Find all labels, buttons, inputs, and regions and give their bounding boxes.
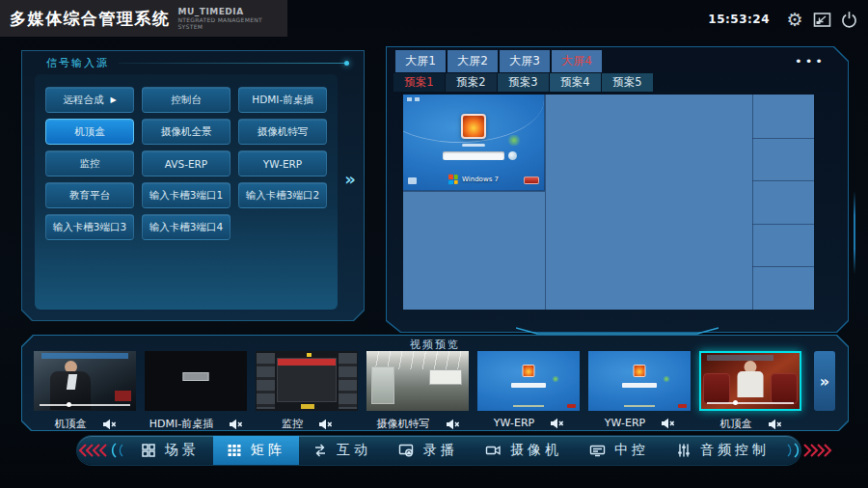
thumbnail-image[interactable] bbox=[477, 351, 580, 411]
preview-thumb-hdmi-front[interactable]: HDMI-前桌插 bbox=[145, 351, 247, 431]
preview-thumb-monitor[interactable]: 监控 bbox=[256, 351, 358, 431]
thumbnail-image[interactable] bbox=[256, 351, 358, 411]
dialog-box-art bbox=[183, 372, 209, 381]
navbar-left-decoration bbox=[77, 436, 127, 465]
tv-progress-bar bbox=[707, 402, 794, 404]
tab-preset-4[interactable]: 预案4 bbox=[550, 73, 601, 92]
nav-item-label: 互动 bbox=[337, 442, 371, 459]
source-button-yw-erp[interactable]: YW-ERP bbox=[238, 150, 327, 176]
thumbnail-strip: 机顶盒 HDMI-前桌插 bbox=[34, 351, 801, 431]
nav-item-label: 场景 bbox=[165, 442, 200, 459]
tab-screen-2[interactable]: 大屏2 bbox=[448, 50, 498, 72]
preview-thumb-yw-erp-2[interactable]: YW-ERP bbox=[588, 351, 691, 431]
source-panel-expand-chevron[interactable]: » bbox=[339, 164, 361, 193]
settings-gear-icon[interactable]: ⚙ bbox=[783, 8, 806, 31]
navbar-items: 场景 矩阵 互动 bbox=[127, 436, 783, 465]
office-whiteboard bbox=[429, 369, 462, 386]
source-button-label: 摄像机特写 bbox=[258, 125, 309, 139]
tab-label: 大屏3 bbox=[509, 53, 540, 69]
source-button-label: 远程合成 bbox=[63, 94, 103, 107]
nav-item-camera[interactable]: 摄像机 bbox=[472, 436, 576, 465]
app-window: 多媒体综合管理系统 MU_TIMEDIA NTEGRATED MANAGEMEN… bbox=[0, 0, 868, 488]
win7-avatar-art bbox=[523, 365, 535, 377]
thumbnail-image[interactable] bbox=[34, 351, 136, 411]
preview-thumb-camera-closeup[interactable]: 摄像机特写 bbox=[366, 351, 469, 431]
mute-icon[interactable] bbox=[661, 418, 674, 429]
win7-avatar-art bbox=[634, 365, 646, 377]
source-button-slot3-port4[interactable]: 输入卡槽3端口4 bbox=[142, 214, 231, 240]
win7-login-preview-cell[interactable]: Windows 7 bbox=[403, 95, 545, 191]
mute-icon[interactable] bbox=[318, 419, 332, 430]
tv-person-shirt bbox=[738, 371, 764, 397]
thumbnail-label: 监控 bbox=[282, 417, 303, 431]
tab-screen-1[interactable]: 大屏1 bbox=[395, 50, 446, 72]
source-button-label: 摄像机全景 bbox=[161, 125, 212, 139]
mute-icon[interactable] bbox=[229, 419, 242, 430]
thumbnail-label: 机顶盒 bbox=[720, 417, 752, 431]
thumbnail-image[interactable] bbox=[588, 351, 691, 411]
preview-thumb-set-top-box-selected[interactable]: 机顶盒 bbox=[699, 351, 801, 431]
tab-preset-5[interactable]: 预案5 bbox=[602, 73, 653, 92]
nav-item-label: 音频控制 bbox=[700, 442, 770, 459]
tab-label: 预案4 bbox=[560, 75, 589, 90]
mute-icon[interactable] bbox=[446, 419, 459, 430]
video-wall-canvas[interactable]: Windows 7 bbox=[403, 95, 814, 310]
tv-progress-bar bbox=[40, 404, 129, 406]
source-button-avs-erp[interactable]: AVS-ERP bbox=[142, 150, 231, 176]
mute-icon[interactable] bbox=[550, 418, 563, 429]
tab-preset-3[interactable]: 预案3 bbox=[498, 73, 549, 92]
mute-icon[interactable] bbox=[102, 419, 116, 430]
win7-shutdown-button bbox=[524, 176, 539, 184]
nav-item-scene[interactable]: 场景 bbox=[127, 436, 213, 465]
tab-label: 大屏1 bbox=[405, 53, 436, 69]
nav-item-matrix[interactable]: 矩阵 bbox=[213, 436, 299, 465]
nav-item-recording[interactable]: 录播 bbox=[385, 436, 472, 465]
source-button-slot3-port2[interactable]: 输入卡槽3端口2 bbox=[238, 182, 327, 208]
source-button-label: 输入卡槽3端口3 bbox=[53, 221, 126, 234]
source-button-remote-compose[interactable]: 远程合成 ▶ bbox=[45, 87, 134, 113]
source-button-camera-closeup[interactable]: 摄像机特写 bbox=[238, 119, 327, 145]
source-button-camera-panorama[interactable]: 摄像机全景 bbox=[142, 119, 231, 145]
source-button-education-platform[interactable]: 教育平台 bbox=[45, 182, 134, 208]
thumbnail-scroll-chevron[interactable]: » bbox=[814, 351, 835, 411]
nvr-dialog-panel bbox=[277, 358, 337, 402]
nav-item-interaction[interactable]: 互动 bbox=[299, 436, 385, 465]
nav-item-audio-control[interactable]: 音频控制 bbox=[663, 436, 783, 465]
signal-source-panel: 信号输入源 远程合成 ▶ 控制台 HDMI-前桌插 机顶盒 摄像机全景 摄像机特… bbox=[21, 50, 365, 321]
nav-item-label: 矩阵 bbox=[251, 442, 285, 459]
source-button-monitor[interactable]: 监控 bbox=[45, 150, 134, 176]
source-button-console[interactable]: 控制台 bbox=[142, 87, 231, 113]
source-button-slot3-port1[interactable]: 输入卡槽3端口1 bbox=[142, 182, 231, 208]
tv-logo-mark bbox=[115, 391, 131, 401]
nvr-camera-tiles bbox=[257, 353, 275, 408]
thumbnail-image[interactable] bbox=[366, 351, 469, 411]
source-button-hdmi-front[interactable]: HDMI-前桌插 bbox=[238, 87, 327, 113]
nav-item-central-control[interactable]: 中控 bbox=[576, 436, 663, 465]
control-console-icon bbox=[589, 443, 606, 458]
video-preview-title: 视频预览 bbox=[21, 338, 849, 352]
win7-top-icon bbox=[407, 97, 412, 101]
source-button-slot3-port3[interactable]: 输入卡槽3端口3 bbox=[45, 214, 134, 240]
resize-window-icon[interactable] bbox=[810, 8, 833, 31]
signal-source-header: 信号输入源 bbox=[46, 56, 347, 70]
preview-thumb-set-top-box[interactable]: 机顶盒 bbox=[34, 351, 136, 431]
grid-line-horizontal bbox=[752, 180, 814, 181]
more-options-icon[interactable]: ••• bbox=[795, 54, 826, 68]
tab-preset-2[interactable]: 预案2 bbox=[446, 73, 497, 92]
tv-progress-knob bbox=[733, 400, 738, 405]
mode-navbar: 场景 矩阵 互动 bbox=[77, 436, 800, 465]
tab-screen-3[interactable]: 大屏3 bbox=[500, 50, 550, 72]
mute-icon[interactable] bbox=[768, 419, 781, 430]
source-button-label: 监控 bbox=[80, 157, 100, 171]
nav-item-label: 中控 bbox=[614, 442, 649, 459]
thumbnail-image[interactable] bbox=[699, 351, 801, 411]
thumbnail-image[interactable] bbox=[145, 351, 247, 411]
power-icon[interactable] bbox=[837, 8, 860, 31]
preview-thumb-yw-erp-1[interactable]: YW-ERP bbox=[477, 351, 580, 431]
tab-preset-1[interactable]: 预案1 bbox=[393, 73, 445, 92]
panel-right-decoration bbox=[854, 191, 855, 274]
source-button-label: 教育平台 bbox=[69, 189, 110, 203]
tab-screen-4[interactable]: 大屏4 bbox=[552, 50, 602, 72]
source-button-set-top-box[interactable]: 机顶盒 bbox=[45, 119, 134, 145]
win7-top-icon bbox=[415, 97, 420, 101]
